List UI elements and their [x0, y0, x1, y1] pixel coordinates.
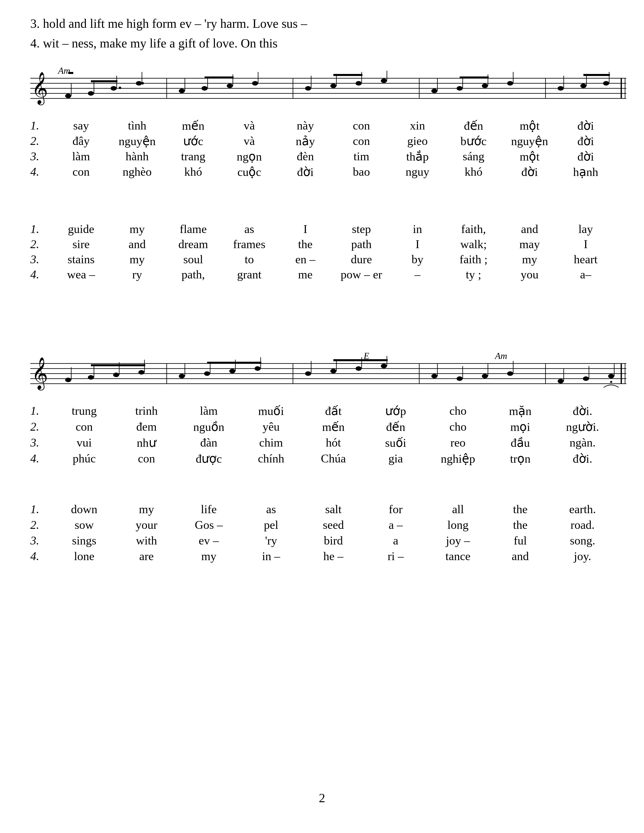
w2: tình: [109, 119, 165, 132]
svg-point-81: [229, 369, 235, 373]
w4: và: [221, 119, 277, 132]
svg-rect-29: [204, 77, 233, 79]
svg-point-77: [179, 374, 185, 378]
staff1-container: 𝄞 Am: [15, 58, 629, 114]
svg-point-109: [610, 381, 612, 383]
svg-point-52: [603, 81, 609, 85]
svg-point-41: [457, 86, 463, 91]
en2-row-1: 1. down my life as salt for all the eart…: [30, 502, 614, 516]
page-number: 2: [0, 791, 644, 805]
vn-lyrics-row-3: 3. làm hành trang ngọn đèn tim thắp sáng…: [30, 150, 614, 163]
chord-am-1: Am: [58, 66, 70, 76]
svg-point-39: [431, 88, 438, 93]
svg-point-99: [482, 374, 488, 378]
svg-point-34: [356, 81, 362, 85]
svg-point-103: [558, 379, 564, 383]
svg-point-48: [558, 86, 564, 91]
en-lyrics-2: 1. down my life as salt for all the eart…: [30, 502, 614, 565]
svg-point-72: [113, 373, 119, 377]
en2-row-3: 3. sings with ev – 'ry bird a joy – ful …: [30, 534, 614, 547]
w9: một: [502, 119, 558, 132]
vn2-row-2: 2. con đem nguồn yêu mến đến cho mọi ngư…: [30, 420, 614, 434]
svg-point-68: [65, 378, 71, 382]
svg-point-56: [142, 82, 144, 85]
svg-point-18: [136, 81, 142, 85]
en2-row-2: 2. sow your Gos – pel seed a – long the …: [30, 518, 614, 532]
svg-point-107: [608, 374, 614, 378]
staff2-svg: 𝄞 E Am: [15, 343, 629, 399]
svg-point-45: [507, 81, 513, 85]
vn2-row-3: 3. vui như đàn chim hót suối reo đầu ngà…: [30, 436, 614, 450]
staff1-svg: 𝄞 Am: [15, 58, 629, 114]
svg-point-30: [305, 86, 311, 91]
en-row-1: 1. guide my flame as I step in faith, an…: [30, 222, 614, 236]
svg-point-70: [88, 375, 94, 380]
w3: mến: [165, 119, 221, 132]
vn-lyrics-row-4: 4. con nghèo khó cuộc đời bao nguy khó đ…: [30, 165, 614, 179]
w8: đến: [446, 119, 502, 132]
vn-lyrics-row-1: 1. say tình mến và này con xin đến một đ…: [30, 119, 614, 132]
svg-rect-76: [91, 364, 145, 366]
svg-point-95: [431, 374, 438, 378]
ln1: 1.: [30, 119, 53, 132]
chord-am-2: Am: [494, 351, 507, 361]
w6: con: [333, 119, 390, 132]
svg-rect-85: [207, 362, 261, 364]
svg-point-36: [381, 79, 387, 83]
svg-point-21: [179, 88, 185, 93]
svg-point-43: [482, 84, 488, 88]
ln2: 2.: [30, 134, 53, 148]
vn2-row-4: 4. phúc con được chính Chúa gia nghiệp t…: [30, 452, 614, 465]
svg-rect-38: [333, 74, 362, 76]
svg-rect-54: [68, 72, 73, 74]
svg-rect-94: [333, 359, 388, 361]
svg-point-23: [201, 86, 208, 91]
vn-lyrics-2: 1. trung trinh làm muối đất ướp cho mặn …: [30, 404, 614, 468]
treble-clef: 𝄞: [32, 72, 48, 106]
en-lyrics-1: 1. guide my flame as I step in faith, an…: [30, 222, 614, 283]
w7: xin: [390, 119, 446, 132]
svg-point-88: [330, 369, 336, 373]
svg-rect-55: [583, 74, 610, 76]
w5: này: [277, 119, 333, 132]
top-lyric-line4: 4. wit – ness, make my life a gift of lo…: [30, 34, 307, 53]
ln4: 4.: [30, 165, 53, 179]
w1: say: [53, 119, 109, 132]
svg-point-90: [356, 366, 362, 371]
svg-point-32: [330, 84, 336, 88]
page: 3. hold and lift me high form ev – 'ry h…: [0, 0, 644, 833]
svg-point-86: [305, 371, 311, 376]
svg-point-101: [507, 371, 513, 376]
svg-rect-20: [91, 80, 118, 82]
svg-point-105: [583, 376, 589, 381]
svg-point-13: [88, 91, 94, 96]
svg-point-17: [119, 87, 121, 89]
svg-point-97: [457, 376, 463, 381]
en-row-4: 4. wea – ry path, grant me pow – er – ty…: [30, 268, 614, 281]
svg-point-25: [227, 84, 233, 88]
en-row-3: 3. stains my soul to en – dure by faith …: [30, 252, 614, 266]
en-row-2: 2. sire and dream frames the path I walk…: [30, 237, 614, 251]
staff2-container: 𝄞 E Am: [15, 343, 629, 400]
svg-point-50: [580, 84, 586, 88]
top-lyrics-block: 3. hold and lift me high form ev – 'ry h…: [30, 14, 307, 53]
svg-rect-47: [460, 77, 489, 79]
svg-point-92: [381, 364, 387, 368]
svg-point-79: [204, 371, 210, 376]
vn2-row-1: 1. trung trinh làm muối đất ướp cho mặn …: [30, 404, 614, 418]
vn-lyrics-row-2: 2. đây nguyện ước và nảy con gieo bước n…: [30, 134, 614, 148]
en2-row-4: 4. lone are my in – he – ri – tance and …: [30, 549, 614, 563]
svg-point-15: [111, 86, 117, 91]
top-lyric-line3: 3. hold and lift me high form ev – 'ry h…: [30, 14, 307, 34]
w10: đời: [558, 119, 614, 132]
svg-point-11: [65, 94, 71, 98]
svg-point-74: [138, 370, 145, 375]
svg-point-83: [254, 366, 261, 371]
svg-point-27: [252, 81, 258, 85]
treble-clef-2: 𝄞: [32, 357, 48, 391]
ln3: 3.: [30, 150, 53, 163]
vn-lyrics-1: 1. say tình mến và này con xin đến một đ…: [30, 119, 614, 180]
